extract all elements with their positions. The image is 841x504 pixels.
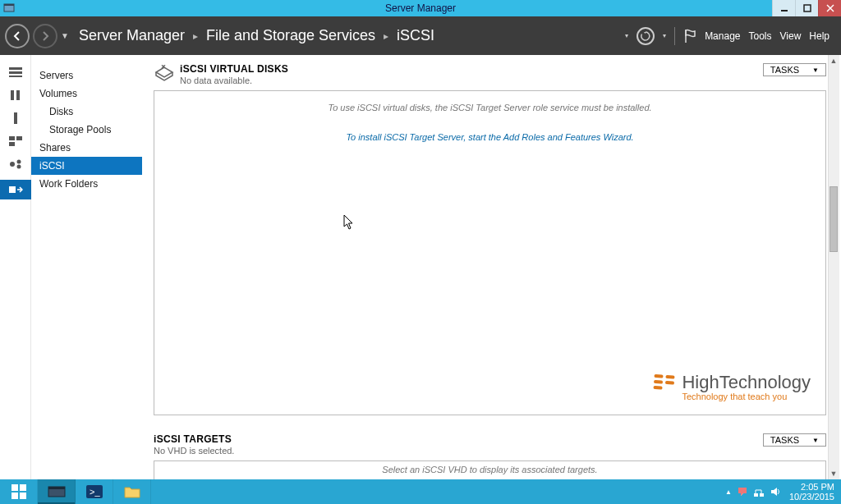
minimize-button[interactable]: [772, 0, 795, 16]
taskbar-explorer[interactable]: [113, 479, 151, 504]
content-area: ▲ ▼ iSCSI VIRTUAL DISKS No data availabl…: [142, 55, 841, 479]
install-link[interactable]: To install iSCSI Target Server, start th…: [346, 132, 633, 142]
window-titlebar: Server Manager: [0, 0, 841, 16]
tasks-dropdown-targets[interactable]: TASKS ▼: [763, 433, 826, 447]
section-title-targets: iSCSI TARGETS: [154, 433, 763, 445]
taskbar: >_ ▲ 2:05 PM 10/23/2015: [0, 479, 841, 504]
svg-point-17: [16, 160, 21, 164]
breadcrumb-root[interactable]: Server Manager: [79, 27, 185, 44]
history-dropdown[interactable]: ▼: [61, 31, 69, 40]
app-icon: [3, 2, 15, 14]
empty-message: To use iSCSI virtual disks, the iSCSI Ta…: [328, 103, 651, 112]
system-tray: ▲ 2:05 PM 10/23/2015: [719, 479, 841, 504]
refresh-button[interactable]: [636, 27, 655, 45]
targets-panel: Select an iSCSI VHD to display its assoc…: [154, 460, 826, 479]
volumes-icon[interactable]: [8, 89, 23, 101]
sidebar-item-iscsi[interactable]: iSCSI: [31, 157, 142, 175]
svg-rect-12: [14, 112, 17, 124]
forward-button: [33, 24, 57, 48]
svg-rect-11: [16, 90, 20, 100]
sidebar: Servers Volumes Disks Storage Pools Shar…: [31, 55, 142, 479]
svg-point-16: [10, 162, 15, 167]
svg-rect-7: [9, 67, 22, 70]
sidebar-item-storage-pools[interactable]: Storage Pools: [31, 121, 142, 139]
cursor-icon: [343, 214, 356, 231]
action-center-icon[interactable]: [737, 486, 748, 497]
chevron-down-icon: ▼: [812, 437, 819, 444]
breadcrumb-more-dropdown[interactable]: ▾: [625, 32, 628, 39]
tasks-label: TASKS: [770, 65, 799, 75]
maximize-button[interactable]: [795, 0, 818, 16]
taskbar-powershell[interactable]: >_: [76, 479, 113, 504]
breadcrumb-section[interactable]: File and Storage Services: [206, 27, 375, 44]
sidebar-item-servers[interactable]: Servers: [31, 66, 142, 85]
taskbar-server-manager[interactable]: [38, 479, 76, 504]
svg-rect-23: [20, 493, 26, 499]
svg-rect-20: [11, 484, 18, 491]
targets-empty-message: Select an iSCSI VHD to display its assoc…: [382, 465, 597, 479]
chevron-right-icon: ▸: [193, 30, 198, 42]
svg-rect-21: [20, 484, 26, 491]
menu-help[interactable]: Help: [809, 30, 830, 42]
back-button[interactable]: [5, 24, 30, 48]
svg-rect-28: [754, 493, 758, 497]
svg-text:>_: >_: [90, 487, 100, 497]
svg-rect-3: [804, 5, 811, 11]
menu-tools[interactable]: Tools: [749, 30, 772, 42]
iscsi-icon[interactable]: [0, 180, 31, 199]
svg-rect-19: [9, 186, 16, 193]
icon-strip: [0, 55, 31, 479]
breadcrumb: Server Manager ▸ File and Storage Servic…: [79, 27, 434, 44]
svg-rect-29: [760, 493, 764, 497]
breadcrumb-page[interactable]: iSCSI: [397, 27, 434, 44]
watermark-title: HighTechnology: [682, 372, 811, 393]
svg-rect-10: [11, 90, 14, 100]
svg-rect-13: [9, 136, 15, 140]
clock-date: 10/23/2015: [789, 492, 834, 502]
close-button[interactable]: [818, 0, 841, 16]
section-title-virtual-disks: iSCSI VIRTUAL DISKS: [180, 63, 763, 75]
tasks-dropdown-virtual-disks[interactable]: TASKS ▼: [763, 63, 826, 76]
svg-rect-14: [16, 136, 22, 140]
scroll-up-icon[interactable]: ▲: [828, 55, 839, 66]
sound-icon[interactable]: [770, 486, 781, 497]
chevron-right-icon: ▸: [384, 30, 388, 42]
svg-rect-9: [9, 76, 22, 77]
tasks-label: TASKS: [770, 435, 799, 445]
clock-time: 2:05 PM: [789, 482, 834, 492]
watermark-logo: HighTechnology Technology that teach you: [654, 372, 811, 401]
storage-pools-icon[interactable]: [8, 135, 23, 147]
virtual-disk-icon: [154, 65, 175, 83]
scrollbar[interactable]: ▲ ▼: [828, 55, 839, 479]
svg-rect-8: [9, 71, 22, 74]
disks-icon[interactable]: [8, 112, 23, 124]
sidebar-item-volumes[interactable]: Volumes: [31, 85, 142, 103]
notifications-flag-icon[interactable]: [683, 29, 696, 44]
network-icon[interactable]: [753, 486, 765, 497]
svg-rect-15: [9, 142, 15, 146]
sidebar-item-work-folders[interactable]: Work Folders: [31, 175, 142, 193]
tray-overflow-icon[interactable]: ▲: [725, 488, 732, 496]
sidebar-item-shares[interactable]: Shares: [31, 139, 142, 157]
shares-icon[interactable]: [8, 158, 23, 170]
refresh-dropdown[interactable]: ▾: [663, 32, 666, 39]
divider: [674, 27, 675, 45]
svg-rect-22: [11, 493, 18, 499]
menu-view[interactable]: View: [780, 30, 802, 42]
start-button[interactable]: [0, 479, 38, 504]
window-title: Server Manager: [0, 2, 841, 14]
servers-icon[interactable]: [8, 66, 23, 78]
svg-rect-1: [4, 4, 14, 6]
virtual-disks-panel: To use iSCSI virtual disks, the iSCSI Ta…: [154, 90, 826, 415]
clock[interactable]: 2:05 PM 10/23/2015: [789, 482, 834, 502]
section-subtitle-targets: No VHD is selected.: [154, 446, 763, 456]
chevron-down-icon: ▼: [812, 66, 819, 74]
logo-icon: [654, 374, 679, 391]
navbar: ▼ Server Manager ▸ File and Storage Serv…: [0, 16, 841, 55]
scroll-thumb[interactable]: [830, 186, 838, 252]
scroll-down-icon[interactable]: ▼: [828, 468, 839, 479]
menu-manage[interactable]: Manage: [705, 30, 740, 42]
sidebar-item-disks[interactable]: Disks: [31, 103, 142, 121]
svg-rect-25: [48, 487, 65, 489]
section-subtitle-virtual-disks: No data available.: [180, 76, 763, 85]
